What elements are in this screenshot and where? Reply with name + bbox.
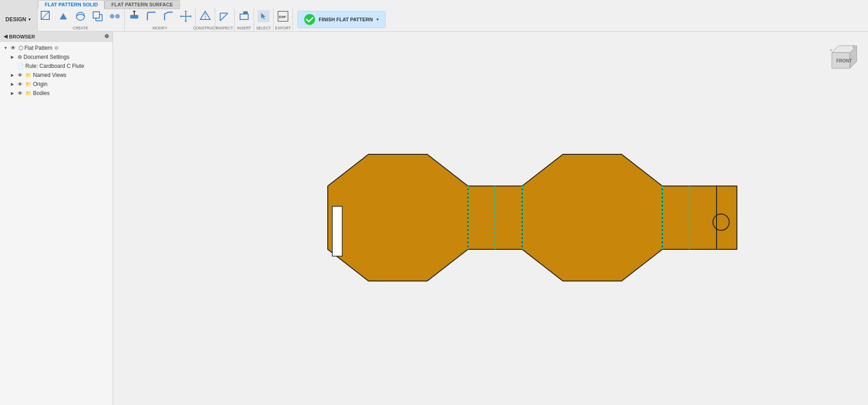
inspect-button[interactable] xyxy=(216,9,233,24)
inspect-group: INSPECT xyxy=(216,9,233,30)
svg-rect-4 xyxy=(93,12,99,18)
bodies-folder-icon: 📁 xyxy=(25,91,32,96)
design-label: DESIGN xyxy=(5,16,26,23)
browser-panel: ◀ BROWSER ⚙ ▼ 👁 ⬡ Flat Pattern ⚙ ▶ ⚙ Doc… xyxy=(0,32,113,405)
create-label: CREATE xyxy=(73,26,88,30)
expand-arrow-rule xyxy=(11,64,16,68)
tree-item-bodies[interactable]: ▶ 👁 📁 Bodies xyxy=(0,89,113,98)
expand-arrow-origin: ▶ xyxy=(11,82,16,86)
insert-button[interactable] xyxy=(236,9,253,24)
main-area: ◀ BROWSER ⚙ ▼ 👁 ⬡ Flat Pattern ⚙ ▶ ⚙ Doc… xyxy=(0,32,868,405)
viewport[interactable]: FRONT X Y xyxy=(113,32,868,405)
browser-title: BROWSER xyxy=(9,34,35,39)
svg-marker-19 xyxy=(190,15,192,18)
doc-settings-icon: ⚙ xyxy=(18,54,22,60)
flat-pattern-settings-icon[interactable]: ⚙ xyxy=(54,45,59,51)
sep5 xyxy=(254,8,254,31)
flat-pattern-shape xyxy=(287,132,739,313)
insert-label: INSERT xyxy=(237,26,251,30)
construct-group: CONSTRUCT xyxy=(197,9,214,30)
svg-text:FRONT: FRONT xyxy=(836,58,852,63)
revolve-button[interactable] xyxy=(72,9,89,24)
bodies-label: Bodies xyxy=(33,90,50,96)
finish-label: FINISH FLAT PATTERN xyxy=(319,17,373,22)
browser-collapse-icon[interactable]: ◀ xyxy=(4,33,7,39)
select-group: SELECT xyxy=(255,9,272,30)
svg-rect-11 xyxy=(130,15,138,19)
view-cube[interactable]: FRONT X Y xyxy=(823,39,859,75)
tab-flat-pattern-surface[interactable]: FLAT PATTERN SURFACE xyxy=(104,0,179,9)
tab-flat-pattern-solid[interactable]: FLAT PATTERN SOLID xyxy=(38,0,104,9)
component-icon: ⬡ xyxy=(19,45,23,51)
eye-icon[interactable]: 👁 xyxy=(10,45,16,51)
tree-item-origin[interactable]: ▶ 👁 📁 Origin xyxy=(0,80,113,89)
construct-button[interactable] xyxy=(197,9,214,24)
export-label: EXPORT xyxy=(275,26,291,30)
tree-item-named-views[interactable]: ▶ 👁 📁 Named Views xyxy=(0,71,113,80)
svg-marker-43 xyxy=(522,154,662,281)
browser-settings-icon[interactable]: ⚙ xyxy=(104,33,109,39)
tabs-row: FLAT PATTERN SOLID FLAT PATTERN SURFACE xyxy=(38,0,180,9)
expand-arrow-flat-pattern: ▼ xyxy=(4,46,9,50)
svg-marker-26 xyxy=(243,11,248,14)
finish-icon xyxy=(303,13,316,26)
svg-rect-39 xyxy=(332,206,342,256)
fillet-button[interactable] xyxy=(143,9,160,24)
construct-label: CONSTRUCT xyxy=(193,26,217,30)
origin-eye-icon[interactable]: 👁 xyxy=(18,81,23,87)
svg-marker-2 xyxy=(60,13,67,19)
origin-folder-icon: 📁 xyxy=(25,81,32,87)
press-pull-button[interactable] xyxy=(126,9,143,24)
new-component-button[interactable] xyxy=(89,9,106,24)
create-group: CREATE xyxy=(38,9,123,30)
chamfer-button[interactable] xyxy=(160,9,177,24)
expand-arrow-named-views: ▶ xyxy=(11,73,16,77)
export-dxf-icon: DXF xyxy=(277,10,289,23)
expand-arrow-doc-settings: ▶ xyxy=(11,55,16,59)
svg-text:DXF: DXF xyxy=(279,15,286,19)
derive-button[interactable] xyxy=(106,9,123,24)
finish-chevron: ▼ xyxy=(376,17,380,22)
move-button[interactable] xyxy=(177,9,194,24)
svg-text:Y: Y xyxy=(830,48,832,52)
svg-marker-13 xyxy=(132,10,136,12)
inspect-icon xyxy=(218,10,231,23)
inspect-label: INSPECT xyxy=(217,26,233,30)
svg-marker-16 xyxy=(184,10,187,12)
tree-item-flat-pattern[interactable]: ▼ 👁 ⬡ Flat Pattern ⚙ xyxy=(0,43,113,52)
finish-flat-pattern-button[interactable]: FINISH FLAT PATTERN ▼ xyxy=(297,11,386,28)
design-button[interactable]: DESIGN ▼ xyxy=(0,0,38,32)
bodies-eye-icon[interactable]: 👁 xyxy=(18,91,23,96)
insert-icon xyxy=(238,10,250,23)
svg-marker-38 xyxy=(328,154,468,281)
extrude-button[interactable] xyxy=(55,9,72,24)
named-views-eye-icon[interactable]: 👁 xyxy=(18,72,23,78)
rule-icon: 📄 xyxy=(18,63,24,69)
tree-item-rule[interactable]: 📄 Rule: Cardboard C Flute xyxy=(0,62,113,71)
modify-group: MODIFY xyxy=(126,9,194,30)
revolve-icon xyxy=(74,10,87,23)
svg-line-22 xyxy=(220,13,228,21)
select-button[interactable] xyxy=(255,9,272,24)
svg-marker-18 xyxy=(180,15,181,18)
export-dxf-button[interactable]: DXF xyxy=(274,9,292,24)
sep7 xyxy=(292,8,293,31)
svg-rect-48 xyxy=(717,186,737,249)
svg-point-3 xyxy=(76,12,85,20)
svg-line-1 xyxy=(41,11,49,19)
sep6 xyxy=(273,8,274,31)
svg-rect-25 xyxy=(240,14,248,19)
fillet-icon xyxy=(145,10,158,23)
create-sketch-button[interactable] xyxy=(38,9,55,24)
named-views-folder-icon: 📁 xyxy=(25,72,32,78)
extrude-icon xyxy=(57,10,70,23)
rule-label: Rule: Cardboard C Flute xyxy=(25,63,84,69)
modify-label: MODIFY xyxy=(152,26,167,30)
origin-label: Origin xyxy=(33,81,47,87)
design-chevron: ▼ xyxy=(28,17,32,22)
toolbar-wrapper: FLAT PATTERN SOLID FLAT PATTERN SURFACE … xyxy=(0,0,868,32)
tree-item-doc-settings[interactable]: ▶ ⚙ Document Settings xyxy=(0,52,113,62)
new-component-icon xyxy=(91,10,104,23)
chamfer-icon xyxy=(162,10,175,23)
expand-arrow-bodies: ▶ xyxy=(11,91,16,95)
